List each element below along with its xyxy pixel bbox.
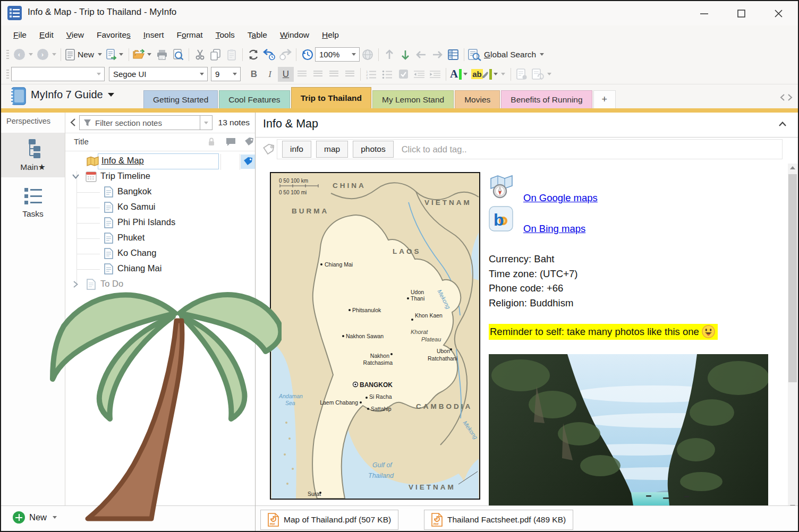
refresh-button[interactable] xyxy=(245,47,261,62)
expanded-chevron-icon[interactable] xyxy=(72,174,79,179)
note-style-button[interactable] xyxy=(514,67,530,82)
highlight-more-dropdown[interactable] xyxy=(501,73,505,75)
global-search-button[interactable]: Global Search xyxy=(467,47,547,62)
tree-row-phuket[interactable]: Phuket xyxy=(65,231,255,246)
bing-maps-link[interactable]: On Bing maps xyxy=(523,223,585,235)
numbered-list-button[interactable]: 123 xyxy=(363,67,379,82)
web-button[interactable] xyxy=(360,47,376,62)
open-dropdown[interactable] xyxy=(147,53,151,56)
toolbar-overflow-dropdown[interactable] xyxy=(547,73,551,75)
tree-row-ko-samui[interactable]: Ko Samui xyxy=(65,200,255,216)
move-left-button[interactable] xyxy=(413,47,429,62)
forward-dropdown[interactable] xyxy=(52,53,56,56)
minimize-button[interactable] xyxy=(692,5,716,21)
copy-button[interactable] xyxy=(208,47,224,62)
insert-note-dropdown[interactable] xyxy=(119,53,123,56)
maximize-button[interactable] xyxy=(729,5,753,21)
bullet-list-button[interactable] xyxy=(379,67,395,82)
properties-button[interactable] xyxy=(445,47,461,62)
outdent-button[interactable] xyxy=(411,67,427,82)
print-button[interactable] xyxy=(154,47,170,62)
comments-column-icon[interactable] xyxy=(226,138,236,147)
perspective-main[interactable]: Main★ xyxy=(1,133,65,177)
content-scrollbar[interactable] xyxy=(788,164,797,511)
google-maps-icon[interactable] xyxy=(489,174,515,201)
menu-edit[interactable]: Edit xyxy=(33,27,60,43)
new-note-button[interactable]: New xyxy=(64,47,105,62)
row-tag-cell[interactable] xyxy=(241,155,255,169)
font-size-combo[interactable]: 9 xyxy=(211,67,241,81)
menu-tools[interactable]: Tools xyxy=(210,27,241,43)
tag-chip-info[interactable]: info xyxy=(282,141,311,158)
scroll-up-icon[interactable] xyxy=(790,166,795,169)
tree-row-ko-chang[interactable]: Ko Chang xyxy=(65,246,255,262)
align-center-button[interactable] xyxy=(310,67,326,82)
redo-button[interactable] xyxy=(277,47,293,62)
menu-insert[interactable]: Insert xyxy=(138,27,170,43)
filter-notes-input[interactable]: Filter section notes xyxy=(79,115,200,130)
add-section-tab[interactable]: + xyxy=(593,90,616,108)
tag-chip-box[interactable]: info map photos Click to add tag.. xyxy=(277,139,783,159)
google-maps-link[interactable]: On Google maps xyxy=(523,192,598,204)
tab-scroll-left-icon[interactable] xyxy=(780,94,785,101)
close-button[interactable] xyxy=(766,5,790,21)
tab-trip-to-thailand[interactable]: Trip to Thailand xyxy=(291,87,371,108)
justify-button[interactable] xyxy=(342,67,358,82)
print-preview-button[interactable] xyxy=(170,47,186,62)
history-button[interactable] xyxy=(299,47,315,62)
tree-label-phuket[interactable]: Phuket xyxy=(117,233,144,243)
add-tag-placeholder[interactable]: Click to add tag.. xyxy=(402,144,467,155)
note-refresh-button[interactable] xyxy=(530,67,546,82)
highlight-dropdown[interactable] xyxy=(494,73,498,75)
open-button[interactable] xyxy=(132,47,154,62)
menu-window[interactable]: Window xyxy=(274,27,315,43)
attachment-map-pdf[interactable]: PDF Map of Thailand.pdf (507 KB) xyxy=(260,510,398,530)
tree-label-to-do[interactable]: To Do xyxy=(100,279,123,289)
tag-chip-map[interactable]: map xyxy=(316,141,348,158)
tags-column-icon[interactable] xyxy=(244,137,254,147)
new-dropdown[interactable] xyxy=(98,53,102,56)
tree-label-phi-phi-islands[interactable]: Phi Phi Islands xyxy=(117,217,175,227)
move-up-button[interactable] xyxy=(381,47,397,62)
tree-row-to-do[interactable]: To Do xyxy=(65,277,255,293)
collapse-header-icon[interactable] xyxy=(779,122,786,126)
tab-my-lemon-stand[interactable]: My Lemon Stand xyxy=(372,90,454,108)
tag-chip-photos[interactable]: photos xyxy=(353,141,394,158)
new-note-bottom-button[interactable]: New xyxy=(13,511,58,524)
align-left-button[interactable] xyxy=(294,67,310,82)
tree-row-chiang-mai[interactable]: Chiang Mai xyxy=(65,262,255,277)
tab-movies[interactable]: Movies xyxy=(455,90,500,108)
back-dropdown[interactable] xyxy=(29,53,33,56)
tree-label-trip-timeline[interactable]: Trip Timeline xyxy=(100,171,150,181)
paste-button[interactable] xyxy=(224,47,240,62)
menu-view[interactable]: View xyxy=(61,27,90,43)
font-dropdown[interactable] xyxy=(197,67,207,81)
move-down-button[interactable] xyxy=(397,47,413,62)
align-right-button[interactable] xyxy=(326,67,342,82)
cut-button[interactable] xyxy=(192,47,208,62)
toolbar-grip[interactable] xyxy=(6,50,9,59)
font-combo[interactable]: Segoe UI xyxy=(109,67,208,81)
checkbox-button[interactable] xyxy=(395,67,411,82)
style-combo[interactable] xyxy=(11,67,105,81)
menu-file[interactable]: File xyxy=(7,27,32,43)
collapse-panel-icon[interactable] xyxy=(70,118,75,126)
tab-getting-started[interactable]: Getting Started xyxy=(143,90,218,108)
collapsed-chevron-icon[interactable] xyxy=(73,281,78,288)
tree-label-ko-samui[interactable]: Ko Samui xyxy=(117,202,156,212)
bold-button[interactable]: B xyxy=(246,67,262,82)
highlight-button[interactable]: ab xyxy=(470,67,508,82)
indent-button[interactable] xyxy=(427,67,443,82)
font-color-button[interactable]: A xyxy=(449,67,470,82)
bing-maps-icon[interactable]: b xyxy=(489,206,513,234)
tree-row-trip-timeline[interactable]: Trip Timeline xyxy=(65,169,255,185)
tab-benefits-of-running[interactable]: Benefits of Running xyxy=(501,90,592,108)
zoom-combo[interactable]: 100% xyxy=(315,47,360,62)
tree-label-bangkok[interactable]: Bangkok xyxy=(117,186,151,196)
menu-favorites[interactable]: Favorites xyxy=(91,27,137,43)
global-search-dropdown[interactable] xyxy=(540,53,544,56)
menu-format[interactable]: Format xyxy=(171,27,209,43)
tree-row-bangkok[interactable]: Bangkok xyxy=(65,185,255,200)
filter-dropdown[interactable] xyxy=(200,115,212,130)
menu-table[interactable]: Table xyxy=(242,27,273,43)
